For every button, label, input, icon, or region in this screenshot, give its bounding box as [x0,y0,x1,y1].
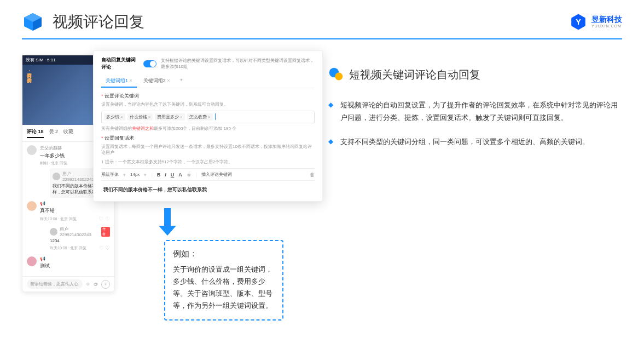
dislike-icon[interactable]: ♡ [105,216,110,222]
diamond-icon: ◆ [328,101,335,124]
keyword-tag-input[interactable]: 多少钱× 什么价格× 费用是多少× 怎么收费× [101,111,315,123]
avatar [27,201,37,211]
header-divider [22,38,622,39]
at-icon[interactable]: @ [94,282,98,287]
italic-icon: I [165,172,166,178]
underline-icon: U [171,172,175,178]
section-title: 短视频关键词评论自动回复 [349,67,480,82]
emoji-icon[interactable]: ☺ [86,282,90,287]
tab-favs[interactable]: 收藏 [63,128,73,138]
send-icon[interactable]: ＋ [101,280,110,289]
reply-preview: 我们不同的版本价格不一样，您可以私信联系我 [101,184,315,196]
brand-logo: Y 昱新科技 YUUXIN.COM [570,13,622,31]
bullet-item: ◆ 短视频评论的自动回复设置，为了提升作者的评论回复效率，在系统中针对常见的评论… [328,99,622,124]
chat-icon [328,67,344,82]
delete-icon: 🗑 [310,172,315,178]
add-keyword-group[interactable]: + [177,75,186,88]
diamond-icon: ◆ [328,138,335,148]
cube-icon [22,11,44,33]
svg-point-8 [335,73,343,81]
emoji-icon: ☺ [187,172,192,178]
tab-likes[interactable]: 赞 2 [49,128,59,138]
bullet-item: ◆ 支持不同类型的关键词分组，同一类问题，可设置多个相近的、高频的关键词。 [328,135,622,148]
heart-icon[interactable]: ♡ [98,216,103,222]
color-icon: A [178,172,182,178]
svg-text:Y: Y [576,18,581,26]
keyword-group-tab-2[interactable]: 关键词组2 × [139,75,175,88]
richtext-toolbar[interactable]: 系统字体▾ 14px▾ | B I U A ☺ | 插入评论关键词 🗑 [101,168,315,181]
settings-panel: 自动回复关键词评论 支持根据评论的关键词设置回复话术，可以针对不同类型关键词设置… [93,50,323,202]
tab-comments[interactable]: 评论 18 [27,128,44,138]
bold-icon: B [157,172,161,178]
example-callout: 例如： 关于询价的设置成一组关键词，多少钱、什么价格，费用多少等。关于咨询班型、… [164,240,283,321]
autoreply-toggle[interactable] [143,60,156,67]
svg-marker-6 [159,226,176,236]
arrow-down-icon [156,208,178,237]
comment-input[interactable]: 善语结善缘，恶言伤人心 [27,279,83,289]
avatar [27,145,37,155]
keyword-group-tab-1[interactable]: 关键词组1 × [101,75,137,88]
svg-rect-5 [164,208,171,226]
page-title: 视频评论回复 [53,12,144,32]
